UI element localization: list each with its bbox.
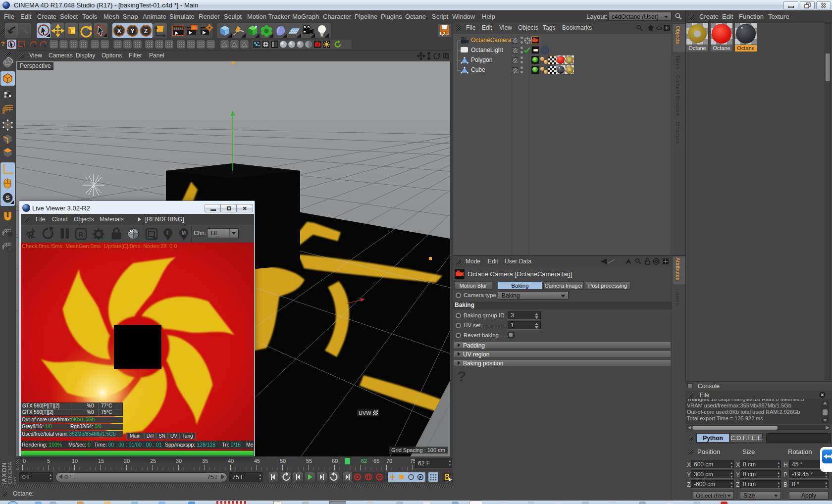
svg-text:1,2...: 1,2... (439, 31, 449, 36)
svg-text:50: 50 (280, 458, 286, 464)
svg-text:Y: Y (130, 28, 134, 35)
svg-text:35: 35 (202, 458, 208, 464)
svg-text:65: 65 (373, 458, 379, 464)
svg-text:S: S (5, 194, 10, 202)
svg-text:?: ? (378, 475, 381, 480)
svg-text:15: 15 (98, 458, 104, 464)
svg-text:Z: Z (144, 28, 148, 35)
svg-text:62: 62 (361, 458, 367, 464)
svg-text:P: P (419, 475, 422, 480)
svg-text:60: 60 (332, 458, 338, 464)
svg-text:M: M (182, 230, 186, 236)
svg-text:R: R (78, 231, 83, 239)
svg-text:20: 20 (124, 458, 130, 464)
svg-text:0: 0 (23, 458, 26, 464)
svg-text:30: 30 (176, 458, 182, 464)
svg-text:F: F (166, 230, 169, 236)
svg-text:10: 10 (72, 458, 78, 464)
svg-text:70: 70 (386, 458, 392, 464)
svg-text:75: 75 (410, 458, 415, 464)
svg-text:25: 25 (150, 458, 156, 464)
svg-text:55: 55 (306, 458, 312, 464)
svg-text:5: 5 (47, 458, 50, 464)
svg-text:45: 45 (254, 458, 260, 464)
svg-text:X: X (117, 28, 121, 35)
svg-text:40: 40 (228, 458, 234, 464)
